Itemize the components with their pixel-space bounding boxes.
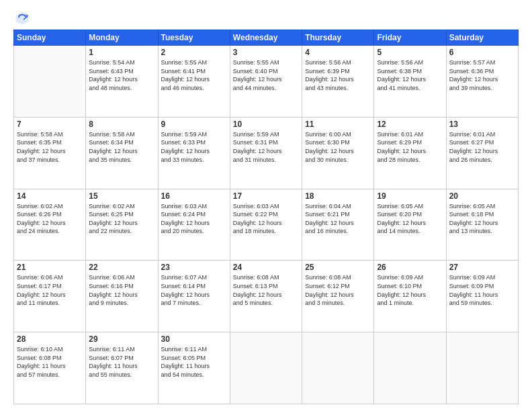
calendar-cell: 7Sunrise: 5:58 AM Sunset: 6:35 PM Daylig… — [14, 117, 86, 189]
day-number: 6 — [449, 48, 515, 57]
day-number: 8 — [89, 120, 154, 129]
calendar-cell: 13Sunrise: 6:01 AM Sunset: 6:27 PM Dayli… — [446, 117, 518, 189]
calendar-cell: 5Sunrise: 5:56 AM Sunset: 6:38 PM Daylig… — [374, 46, 446, 118]
day-info: Sunrise: 6:07 AM Sunset: 6:14 PM Dayligh… — [161, 273, 227, 307]
day-number: 27 — [449, 263, 515, 272]
day-info: Sunrise: 6:08 AM Sunset: 6:13 PM Dayligh… — [233, 273, 299, 307]
day-info: Sunrise: 6:06 AM Sunset: 6:16 PM Dayligh… — [89, 273, 154, 307]
day-number: 21 — [17, 263, 83, 272]
day-number: 26 — [377, 263, 443, 272]
day-info: Sunrise: 6:04 AM Sunset: 6:21 PM Dayligh… — [305, 202, 371, 236]
weekday-header-wednesday: Wednesday — [230, 30, 302, 46]
day-info: Sunrise: 6:06 AM Sunset: 6:17 PM Dayligh… — [17, 273, 83, 307]
weekday-header-monday: Monday — [86, 30, 158, 46]
calendar-cell: 1Sunrise: 5:54 AM Sunset: 6:43 PM Daylig… — [86, 46, 158, 118]
calendar-cell: 27Sunrise: 6:09 AM Sunset: 6:09 PM Dayli… — [446, 261, 518, 332]
calendar-cell: 23Sunrise: 6:07 AM Sunset: 6:14 PM Dayli… — [158, 261, 230, 332]
day-number: 4 — [305, 48, 371, 57]
calendar-cell: 26Sunrise: 6:09 AM Sunset: 6:10 PM Dayli… — [374, 261, 446, 332]
calendar-cell: 19Sunrise: 6:05 AM Sunset: 6:20 PM Dayli… — [374, 189, 446, 261]
calendar-cell: 29Sunrise: 6:11 AM Sunset: 6:07 PM Dayli… — [86, 332, 158, 404]
day-number: 9 — [161, 120, 227, 129]
header — [13, 11, 519, 26]
calendar-table: SundayMondayTuesdayWednesdayThursdayFrid… — [13, 30, 519, 404]
calendar-cell: 4Sunrise: 5:56 AM Sunset: 6:39 PM Daylig… — [302, 46, 374, 118]
day-info: Sunrise: 5:55 AM Sunset: 6:40 PM Dayligh… — [233, 58, 299, 92]
page: SundayMondayTuesdayWednesdayThursdayFrid… — [0, 0, 532, 411]
calendar-cell: 15Sunrise: 6:02 AM Sunset: 6:25 PM Dayli… — [86, 189, 158, 261]
weekday-header-tuesday: Tuesday — [158, 30, 230, 46]
calendar-week-5: 28Sunrise: 6:10 AM Sunset: 6:08 PM Dayli… — [14, 332, 519, 404]
day-info: Sunrise: 6:02 AM Sunset: 6:25 PM Dayligh… — [89, 202, 154, 236]
day-info: Sunrise: 5:59 AM Sunset: 6:33 PM Dayligh… — [161, 130, 227, 164]
day-number: 22 — [89, 263, 154, 272]
day-info: Sunrise: 5:58 AM Sunset: 6:34 PM Dayligh… — [89, 130, 154, 164]
day-number: 18 — [305, 191, 371, 201]
day-number: 13 — [449, 120, 515, 129]
calendar-cell: 3Sunrise: 5:55 AM Sunset: 6:40 PM Daylig… — [230, 46, 302, 118]
weekday-header-friday: Friday — [374, 30, 446, 46]
day-number: 12 — [377, 120, 443, 129]
day-info: Sunrise: 6:11 AM Sunset: 6:07 PM Dayligh… — [89, 345, 154, 379]
calendar-cell: 9Sunrise: 5:59 AM Sunset: 6:33 PM Daylig… — [158, 117, 230, 189]
weekday-header-row: SundayMondayTuesdayWednesdayThursdayFrid… — [14, 30, 519, 46]
calendar-week-1: 1Sunrise: 5:54 AM Sunset: 6:43 PM Daylig… — [14, 46, 519, 118]
day-info: Sunrise: 6:05 AM Sunset: 6:18 PM Dayligh… — [449, 202, 515, 236]
weekday-header-thursday: Thursday — [302, 30, 374, 46]
day-info: Sunrise: 5:56 AM Sunset: 6:38 PM Dayligh… — [377, 58, 443, 92]
day-number: 14 — [17, 191, 83, 201]
calendar-cell — [446, 332, 518, 404]
logo-icon — [15, 11, 30, 26]
day-info: Sunrise: 5:54 AM Sunset: 6:43 PM Dayligh… — [89, 58, 154, 92]
calendar-cell: 17Sunrise: 6:03 AM Sunset: 6:22 PM Dayli… — [230, 189, 302, 261]
calendar-cell: 8Sunrise: 5:58 AM Sunset: 6:34 PM Daylig… — [86, 117, 158, 189]
calendar-cell: 30Sunrise: 6:11 AM Sunset: 6:05 PM Dayli… — [158, 332, 230, 404]
weekday-header-sunday: Sunday — [14, 30, 86, 46]
day-info: Sunrise: 6:03 AM Sunset: 6:24 PM Dayligh… — [161, 202, 227, 236]
calendar-week-2: 7Sunrise: 5:58 AM Sunset: 6:35 PM Daylig… — [14, 117, 519, 189]
day-number: 28 — [17, 334, 83, 344]
day-info: Sunrise: 6:03 AM Sunset: 6:22 PM Dayligh… — [233, 202, 299, 236]
day-info: Sunrise: 5:55 AM Sunset: 6:41 PM Dayligh… — [161, 58, 227, 92]
day-number: 5 — [377, 48, 443, 57]
day-number: 19 — [377, 191, 443, 201]
logo — [13, 11, 30, 26]
day-info: Sunrise: 6:11 AM Sunset: 6:05 PM Dayligh… — [161, 345, 227, 379]
day-info: Sunrise: 6:00 AM Sunset: 6:30 PM Dayligh… — [305, 130, 371, 164]
calendar-week-4: 21Sunrise: 6:06 AM Sunset: 6:17 PM Dayli… — [14, 261, 519, 332]
calendar-cell: 21Sunrise: 6:06 AM Sunset: 6:17 PM Dayli… — [14, 261, 86, 332]
day-number: 17 — [233, 191, 299, 201]
calendar-cell: 25Sunrise: 6:08 AM Sunset: 6:12 PM Dayli… — [302, 261, 374, 332]
calendar-cell: 14Sunrise: 6:02 AM Sunset: 6:26 PM Dayli… — [14, 189, 86, 261]
day-info: Sunrise: 6:02 AM Sunset: 6:26 PM Dayligh… — [17, 202, 83, 236]
calendar-cell: 18Sunrise: 6:04 AM Sunset: 6:21 PM Dayli… — [302, 189, 374, 261]
calendar-cell — [230, 332, 302, 404]
day-info: Sunrise: 6:01 AM Sunset: 6:27 PM Dayligh… — [449, 130, 515, 164]
day-number: 11 — [305, 120, 371, 129]
day-number: 20 — [449, 191, 515, 201]
calendar-cell: 10Sunrise: 5:59 AM Sunset: 6:31 PM Dayli… — [230, 117, 302, 189]
day-number: 10 — [233, 120, 299, 129]
day-number: 7 — [17, 120, 83, 129]
day-number: 2 — [161, 48, 227, 57]
day-info: Sunrise: 6:05 AM Sunset: 6:20 PM Dayligh… — [377, 202, 443, 236]
calendar-cell: 24Sunrise: 6:08 AM Sunset: 6:13 PM Dayli… — [230, 261, 302, 332]
day-number: 29 — [89, 334, 154, 344]
day-number: 24 — [233, 263, 299, 272]
svg-marker-0 — [15, 11, 28, 24]
calendar-cell — [374, 332, 446, 404]
day-number: 16 — [161, 191, 227, 201]
calendar-cell — [302, 332, 374, 404]
day-info: Sunrise: 5:58 AM Sunset: 6:35 PM Dayligh… — [17, 130, 83, 164]
day-info: Sunrise: 6:08 AM Sunset: 6:12 PM Dayligh… — [305, 273, 371, 307]
calendar-cell: 16Sunrise: 6:03 AM Sunset: 6:24 PM Dayli… — [158, 189, 230, 261]
day-info: Sunrise: 6:01 AM Sunset: 6:29 PM Dayligh… — [377, 130, 443, 164]
calendar-cell: 22Sunrise: 6:06 AM Sunset: 6:16 PM Dayli… — [86, 261, 158, 332]
calendar-cell: 2Sunrise: 5:55 AM Sunset: 6:41 PM Daylig… — [158, 46, 230, 118]
day-info: Sunrise: 5:59 AM Sunset: 6:31 PM Dayligh… — [233, 130, 299, 164]
day-info: Sunrise: 6:10 AM Sunset: 6:08 PM Dayligh… — [17, 345, 83, 379]
day-number: 25 — [305, 263, 371, 272]
calendar-cell: 11Sunrise: 6:00 AM Sunset: 6:30 PM Dayli… — [302, 117, 374, 189]
calendar-cell — [14, 46, 86, 118]
calendar-cell: 6Sunrise: 5:57 AM Sunset: 6:36 PM Daylig… — [446, 46, 518, 118]
